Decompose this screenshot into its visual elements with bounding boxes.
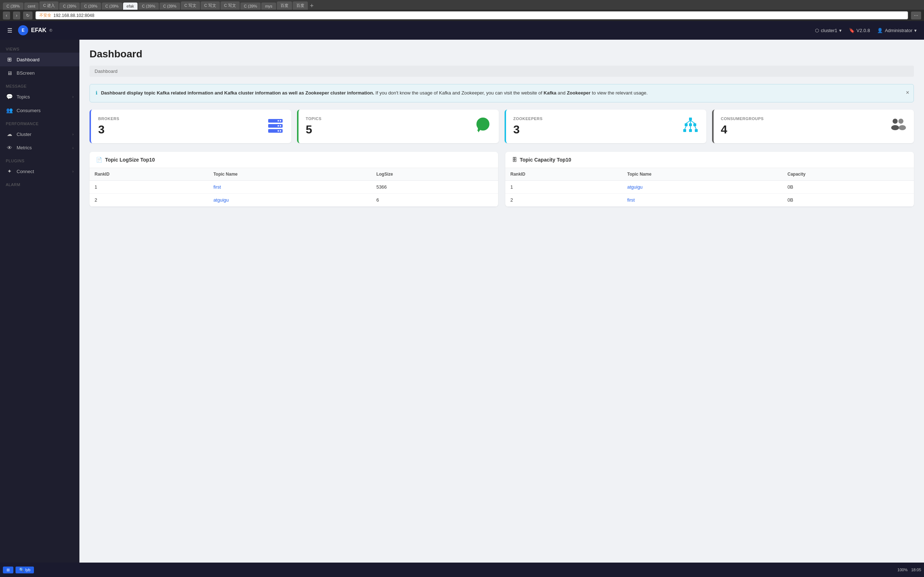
tab-c3[interactable]: C (39% (81, 3, 101, 10)
logsize-table-head: RankID Topic Name LogSize (89, 168, 498, 181)
sidebar-item-metrics[interactable]: 👁 Metrics › (0, 141, 79, 154)
taskbar-right: 100% 18:05 (897, 567, 921, 572)
capacity-header-row: RankID Topic Name Capacity (505, 168, 914, 181)
tab-c5[interactable]: C (39% (138, 3, 159, 10)
capacity-row1-topic[interactable]: atguigu (622, 180, 782, 193)
sidebar-label-metrics: Metrics (16, 145, 32, 150)
kafka-link[interactable]: Kafka (544, 90, 556, 95)
svg-line-21 (690, 121, 695, 123)
consumers-icon: 👥 (6, 107, 13, 114)
user-icon: 👤 (877, 28, 883, 33)
new-tab-button[interactable]: + (310, 2, 314, 10)
capacity-row2-topic[interactable]: first (622, 193, 782, 206)
sidebar-item-cluster[interactable]: ☁ Cluster › (0, 127, 79, 141)
logo-text: EFAK (31, 27, 47, 34)
taskbar-left: ⊞ 🔍 lyb (3, 567, 34, 574)
logsize-col-logsize: LogSize (372, 168, 498, 181)
forward-button[interactable]: › (13, 11, 20, 19)
topics-chevron: › (72, 95, 74, 99)
banner-middle-text: If you don't know the usage of Kafka and… (375, 90, 544, 95)
user-menu[interactable]: 👤 Administrator ▾ (877, 28, 917, 33)
svg-rect-14 (689, 123, 692, 126)
banner-close-button[interactable]: × (906, 88, 909, 97)
header-left: ☰ E EFAK © (7, 25, 52, 35)
svg-point-4 (278, 120, 279, 121)
cluster-name: cluster1 (821, 28, 837, 33)
settings-button[interactable]: ⋯ (911, 11, 921, 19)
svg-point-28 (899, 125, 906, 130)
search-button[interactable]: 🔍 lyb (16, 567, 34, 574)
browser-tabs: C (39% cent C 进入 C (39% C (39% C (39% ef… (0, 0, 924, 10)
sidebar-item-topics[interactable]: 💬 Topics › (0, 90, 79, 103)
main-content: Dashboard Dashboard ℹ Dashboard display … (79, 40, 924, 562)
cluster-sidebar-icon: ☁ (6, 131, 13, 137)
tab-c2[interactable]: C (39% (59, 3, 80, 10)
sidebar-item-consumers[interactable]: 👥 Consumers (0, 103, 79, 117)
zookeepers-card: ZOOKEEPERS 3 (505, 110, 706, 143)
logsize-title: Topic LogSize Top10 (105, 157, 155, 163)
topics-card: TOPICS 5 (297, 110, 499, 143)
capacity-row2-rank: 2 (505, 193, 622, 206)
back-button[interactable]: ‹ (3, 11, 10, 19)
app-body: VIEWS ⊞ Dashboard 🖥 BScreen MESSAGE 💬 To… (0, 40, 924, 562)
logsize-table-header: 📄 Topic LogSize Top10 (89, 152, 498, 168)
svg-rect-12 (689, 118, 692, 121)
breadcrumb: Dashboard (89, 66, 914, 77)
logsize-row1-topic[interactable]: first (208, 180, 372, 193)
tab-cent[interactable]: cent (24, 3, 39, 10)
info-icon: ℹ (96, 90, 97, 95)
tab-c4[interactable]: C (39% (102, 3, 122, 10)
sidebar-label-dashboard: Dashboard (16, 57, 40, 62)
tab-c6[interactable]: C (39% (160, 3, 180, 10)
consumergroups-value: 4 (721, 123, 764, 136)
tab-write3[interactable]: C 写文 (221, 2, 240, 10)
version-text: V2.0.8 (856, 28, 870, 33)
tab-baidu2[interactable]: 百度 (293, 2, 308, 10)
refresh-button[interactable]: ↻ (23, 11, 32, 19)
tab-mys[interactable]: mys (261, 3, 276, 10)
table-row: 2 atguigu 6 (89, 193, 498, 206)
start-button[interactable]: ⊞ (3, 567, 13, 574)
table-row: 1 first 5366 (89, 180, 498, 193)
tab-c7[interactable]: C (39% (241, 3, 261, 10)
svg-point-7 (280, 130, 281, 132)
svg-rect-15 (693, 123, 696, 126)
capacity-col-topicname: Topic Name (622, 168, 782, 181)
user-chevron: ▾ (914, 28, 917, 33)
sidebar-item-bscreen[interactable]: 🖥 BScreen (0, 66, 79, 80)
tab-baidu1[interactable]: 百度 (277, 2, 292, 10)
svg-line-24 (695, 126, 696, 129)
sidebar-item-dashboard[interactable]: ⊞ Dashboard (0, 53, 79, 66)
topics-label: TOPICS (306, 116, 321, 121)
tab-efak[interactable]: efak (123, 3, 138, 10)
tab-write1[interactable]: C 写文 (181, 2, 200, 10)
svg-rect-13 (685, 123, 688, 126)
logsize-row2-topic[interactable]: atguigu (208, 193, 372, 206)
cluster-icon: ⬡ (815, 28, 819, 33)
topics-value: 5 (306, 123, 321, 136)
svg-point-8 (278, 130, 279, 132)
taskbar: ⊞ 🔍 lyb 100% 18:05 (0, 562, 924, 577)
consumergroups-label: CONSUMERGROUPS (721, 116, 764, 121)
brokers-info: BROKERS 3 (98, 116, 120, 136)
tab-c1[interactable]: C (39% (3, 3, 23, 10)
sidebar-item-connect[interactable]: ✦ Connect › (0, 164, 79, 178)
address-bar: ‹ › ↻ 不安全 192.168.88.102:8048 ⋯ (0, 10, 924, 21)
capacity-row1-value: 0B (782, 180, 914, 193)
tab-write2[interactable]: C 写文 (201, 2, 220, 10)
sidebar: VIEWS ⊞ Dashboard 🖥 BScreen MESSAGE 💬 To… (0, 40, 79, 562)
taskbar-time: 18:05 (911, 567, 921, 572)
url-input[interactable]: 不安全 192.168.88.102:8048 (36, 11, 908, 19)
svg-point-5 (280, 125, 281, 127)
capacity-col-rankid: RankID (505, 168, 622, 181)
logo-icon: E (18, 25, 28, 35)
cluster-selector[interactable]: ⬡ cluster1 ▾ (815, 28, 842, 33)
zookeeper-link[interactable]: Zookeeper (567, 90, 591, 95)
tab-enter[interactable]: C 进入 (39, 2, 58, 10)
menu-toggle[interactable]: ☰ (7, 27, 12, 34)
logsize-table: RankID Topic Name LogSize 1 first 5366 (89, 168, 498, 206)
logsize-row2-value: 6 (372, 193, 498, 206)
tables-row: 📄 Topic LogSize Top10 RankID Topic Name … (89, 152, 914, 206)
capacity-icon: 🗄 (512, 157, 517, 163)
sidebar-label-topics: Topics (16, 94, 30, 100)
